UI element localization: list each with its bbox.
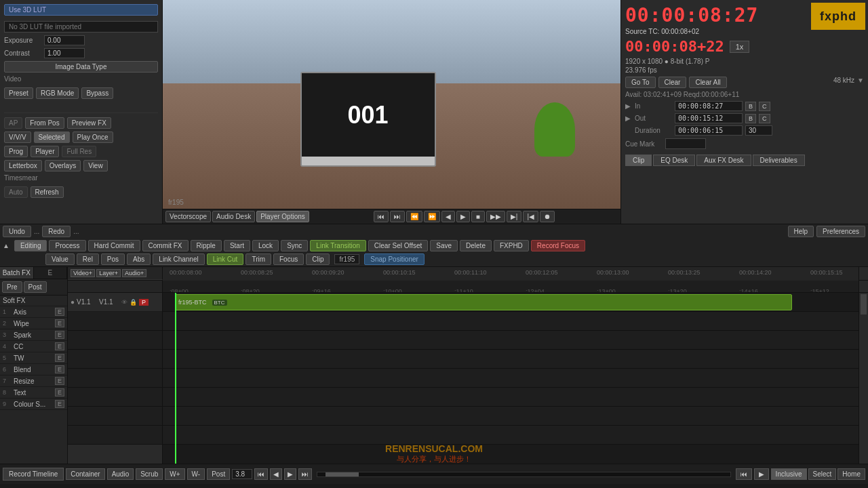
tl-clip-v1[interactable]: fr195-BTC BTC xyxy=(175,294,792,310)
record-timeline-btn[interactable]: Record Timeline xyxy=(3,468,64,481)
vc-fwd-btn[interactable]: ▶| xyxy=(507,211,522,222)
deliverables-tab[interactable]: Deliverables xyxy=(753,155,805,166)
fxphd-btn[interactable]: FXPHD xyxy=(494,240,529,251)
delete-btn[interactable]: Delete xyxy=(460,240,492,251)
container-btn[interactable]: Container xyxy=(66,468,104,480)
playback-play-btn[interactable]: ▶ xyxy=(754,468,769,480)
in-c-btn[interactable]: C xyxy=(759,102,770,111)
home-btn[interactable]: Home xyxy=(837,468,865,480)
hard-commit-btn[interactable]: Hard Commit xyxy=(88,240,140,251)
snap-positioner-btn[interactable]: Snap Positioner xyxy=(364,253,425,265)
vc-step-back-btn[interactable]: ⏭ xyxy=(390,211,405,222)
dur-val-input[interactable] xyxy=(745,125,772,136)
scrub-btn[interactable]: Scrub xyxy=(136,468,163,480)
nav-last-btn[interactable]: ⏭ xyxy=(298,468,312,480)
vc-play-fwd-btn[interactable]: ▶▶ xyxy=(486,211,505,222)
vc-record-btn[interactable]: ⏺ xyxy=(540,211,555,222)
rel-btn[interactable]: Rel xyxy=(77,253,99,265)
out-c-btn[interactable]: C xyxy=(759,114,770,123)
pos-btn[interactable]: Pos xyxy=(101,253,125,265)
focus-btn[interactable]: Focus xyxy=(273,253,304,265)
audio-btn[interactable]: Audio xyxy=(107,468,134,480)
e-tab[interactable]: E xyxy=(34,267,68,279)
value-btn[interactable]: Value xyxy=(45,253,75,265)
trim-btn[interactable]: Trim xyxy=(245,253,271,265)
timeline-scroll-bar[interactable] xyxy=(317,472,730,477)
track-eye-icon[interactable]: 👁 xyxy=(121,299,127,306)
vectorscope-btn[interactable]: Vectorscope xyxy=(165,211,211,222)
layer-add-btn[interactable]: Layer+ xyxy=(96,269,121,277)
vc-rew-btn[interactable]: ⏩ xyxy=(424,211,440,222)
playback-btns-area[interactable]: ⏮ xyxy=(736,468,752,480)
tw-e-btn[interactable]: E xyxy=(55,354,64,362)
clear-sel-offset-btn[interactable]: Clear Sel Offset xyxy=(368,240,428,251)
refresh-btn[interactable]: Refresh xyxy=(31,186,64,198)
selected-btn[interactable]: Selected xyxy=(34,131,70,143)
clear-all-btn[interactable]: Clear All xyxy=(689,77,726,88)
vc-back-btn[interactable]: ◀ xyxy=(441,211,455,222)
save-btn[interactable]: Save xyxy=(430,240,458,251)
start-btn[interactable]: Start xyxy=(224,240,250,251)
aux-fx-desk-tab[interactable]: Aux FX Desk xyxy=(696,155,751,166)
rate-input[interactable] xyxy=(232,469,252,479)
audio-desk-btn[interactable]: Audio Desk xyxy=(212,211,255,222)
player-btn[interactable]: Player xyxy=(31,146,59,157)
blend-e-btn[interactable]: E xyxy=(55,365,64,373)
ripple-btn[interactable]: Ripple xyxy=(191,240,222,251)
play-once-btn[interactable]: Play Once xyxy=(73,131,113,143)
vc-stop-btn[interactable]: ■ xyxy=(471,211,485,222)
vc-prev-btn[interactable]: ⏮ xyxy=(374,211,389,222)
eq-desk-tab[interactable]: EQ Desk xyxy=(653,155,695,166)
vc-play-back-btn[interactable]: ▶ xyxy=(456,211,470,222)
speed-btn[interactable]: 1x xyxy=(730,41,750,53)
scrollbar-handle[interactable] xyxy=(861,294,867,314)
overlays-btn[interactable]: Overlays xyxy=(45,160,81,171)
clip-tab[interactable]: Clip xyxy=(625,155,652,166)
editing-btn[interactable]: Editing xyxy=(14,240,47,251)
process-btn[interactable]: Process xyxy=(49,240,85,251)
bypass-btn[interactable]: Bypass xyxy=(81,87,113,99)
ap-btn[interactable]: AP xyxy=(4,117,22,129)
cue-mark-input[interactable] xyxy=(665,138,706,149)
vc-step-fwd-btn[interactable]: |◀ xyxy=(523,211,538,222)
wipe-e-btn[interactable]: E xyxy=(55,319,64,327)
track-lock-icon[interactable]: 🔒 xyxy=(130,299,137,306)
post-btn[interactable]: Post xyxy=(207,468,230,480)
record-focus-btn[interactable]: Record Focus xyxy=(531,240,585,251)
spark-e-btn[interactable]: E xyxy=(55,331,64,339)
timeline-scrollbar[interactable] xyxy=(859,293,868,464)
nav-next-btn[interactable]: ▶ xyxy=(284,468,296,480)
commit-fx-btn[interactable]: Commit FX xyxy=(142,240,189,251)
video-add-btn[interactable]: Video+ xyxy=(71,269,95,277)
cc-e-btn[interactable]: E xyxy=(55,342,64,350)
contrast-input[interactable] xyxy=(44,48,85,58)
audio-add-btn[interactable]: Audio+ xyxy=(122,269,146,277)
use-3d-lut-btn[interactable]: Use 3D LUT xyxy=(4,4,158,16)
goto-btn[interactable]: Go To xyxy=(625,77,656,88)
post-btn[interactable]: Post xyxy=(24,281,47,293)
abs-btn[interactable]: Abs xyxy=(127,253,151,265)
vc-ff-btn[interactable]: ⏪ xyxy=(406,211,422,222)
auto-btn[interactable]: Auto xyxy=(4,186,28,198)
resize-e-btn[interactable]: E xyxy=(55,377,64,385)
pre-btn[interactable]: Pre xyxy=(2,281,22,293)
nav-prev-btn[interactable]: ◀ xyxy=(270,468,282,480)
preset-btn[interactable]: Preset xyxy=(4,87,33,99)
select-btn[interactable]: Select xyxy=(808,468,837,480)
from-pos-btn[interactable]: From Pos xyxy=(25,117,64,129)
clip-btn[interactable]: Clip xyxy=(306,253,330,265)
image-data-type-btn[interactable]: Image Data Type xyxy=(4,61,158,73)
preview-fx-btn[interactable]: Preview FX xyxy=(67,117,111,129)
colour-e-btn[interactable]: E xyxy=(55,400,64,408)
exposure-input[interactable] xyxy=(44,35,85,45)
letterbox-btn[interactable]: Letterbox xyxy=(4,160,42,171)
axis-e-btn[interactable]: E xyxy=(55,308,64,316)
player-options-btn[interactable]: Player Options xyxy=(256,211,309,222)
w-plus-btn[interactable]: W+ xyxy=(165,468,184,480)
inclusive-btn[interactable]: Inclusive xyxy=(771,468,807,480)
link-transition-btn[interactable]: Link Transition xyxy=(310,240,366,251)
out-b-btn[interactable]: B xyxy=(745,114,756,123)
link-cut-btn[interactable]: Link Cut xyxy=(207,253,244,265)
track-red-btn[interactable]: P xyxy=(139,299,149,306)
undo-btn[interactable]: Undo xyxy=(3,226,31,237)
